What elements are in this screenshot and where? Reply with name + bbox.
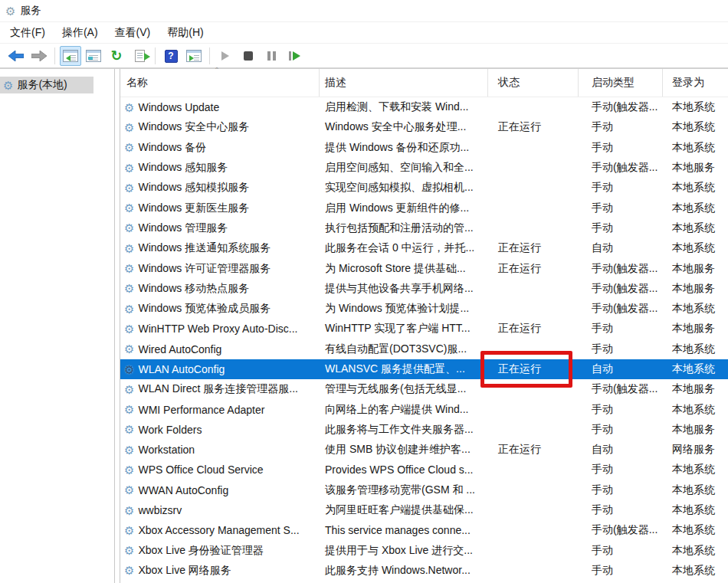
service-status bbox=[488, 138, 579, 158]
service-row[interactable]: ⚙ Workstation 使用 SMB 协议创建并维护客... 正在运行 自动… bbox=[120, 440, 728, 460]
service-startup-type: 手动 bbox=[579, 319, 663, 339]
service-name: Windows 安全中心服务 bbox=[138, 120, 249, 134]
service-description: Windows 安全中心服务处理... bbox=[320, 117, 488, 137]
service-row[interactable]: ⚙ WWAN AutoConfig 该服务管理移动宽带(GSM 和 ... 手动… bbox=[120, 480, 728, 500]
service-status bbox=[488, 279, 579, 299]
service-logon-as: 本地系统 bbox=[663, 299, 728, 319]
column-header-logon-as[interactable]: 登录为 bbox=[663, 69, 728, 97]
restart-service-button[interactable] bbox=[284, 46, 305, 66]
menu-help[interactable]: 帮助(H) bbox=[159, 22, 212, 43]
service-row[interactable]: ⚙ Windows 许可证管理器服务 为 Microsoft Store 提供基… bbox=[120, 258, 728, 278]
sidebar-item-services-local[interactable]: ⚙ 服务(本地) bbox=[0, 77, 93, 93]
service-row[interactable]: ⚙ Windows 感知模拟服务 实现空间感知模拟、虚拟相机... 手动 本地系… bbox=[120, 178, 728, 198]
service-row[interactable]: ⚙ Windows 安全中心服务 Windows 安全中心服务处理... 正在运… bbox=[120, 117, 728, 137]
service-gear-icon: ⚙ bbox=[124, 343, 134, 355]
pause-icon bbox=[267, 51, 276, 61]
service-startup-type: 手动 bbox=[579, 460, 663, 480]
service-row[interactable]: ⚙ Xbox Accessory Management S... This se… bbox=[120, 520, 728, 540]
service-row[interactable]: ⚙ Windows Update 启用检测、下载和安装 Wind... 手动(触… bbox=[120, 97, 728, 117]
column-header-description[interactable]: 描述 bbox=[320, 69, 488, 97]
service-gear-icon: ⚙ bbox=[124, 162, 134, 174]
service-row[interactable]: ⚙ Windows 管理服务 执行包括预配和注册活动的管... 手动 本地系统 bbox=[120, 218, 728, 238]
service-gear-icon: ⚙ bbox=[124, 202, 134, 214]
show-console-tree-button[interactable] bbox=[60, 46, 81, 66]
service-gear-icon: ⚙ bbox=[124, 364, 134, 375]
service-row[interactable]: ⚙ wwbizsrv 为阿里旺旺客户端提供基础保... 手动 本地系统 bbox=[120, 500, 728, 520]
service-description: 管理与无线服务(包括无线显... bbox=[320, 379, 488, 399]
column-header-status[interactable]: 状态 bbox=[488, 69, 579, 97]
toolbar-separator bbox=[54, 47, 55, 64]
service-row[interactable]: ⚙ WLAN Direct 服务连接管理器服... 管理与无线服务(包括无线显.… bbox=[120, 379, 728, 399]
stop-service-button[interactable] bbox=[238, 46, 259, 66]
back-button[interactable] bbox=[5, 46, 27, 66]
service-row[interactable]: ⚙ WPS Office Cloud Service Provides WPS … bbox=[120, 460, 728, 480]
service-gear-icon: ⚙ bbox=[124, 222, 134, 234]
service-name: WPS Office Cloud Service bbox=[138, 463, 263, 476]
service-status bbox=[488, 541, 579, 561]
service-description: 启用空间感知、空间输入和全... bbox=[320, 158, 488, 178]
service-startup-type: 手动 bbox=[579, 561, 663, 581]
service-row[interactable]: ⚙ Xbox Live 身份验证管理器 提供用于与 Xbox Live 进行交.… bbox=[120, 541, 728, 561]
refresh-button[interactable]: ↻ bbox=[106, 46, 127, 66]
service-description: 为 Windows 预览体验计划提... bbox=[320, 299, 488, 319]
export-list-icon bbox=[135, 50, 145, 62]
properties-button[interactable] bbox=[83, 46, 104, 66]
toolbar-separator bbox=[155, 47, 156, 64]
service-logon-as: 本地系统 bbox=[663, 178, 728, 198]
service-description: 该服务管理移动宽带(GSM 和 ... bbox=[320, 480, 488, 500]
services-gear-icon: ⚙ bbox=[5, 5, 15, 17]
service-row[interactable]: ⚙ Windows 移动热点服务 提供与其他设备共享手机网络... 手动(触发器… bbox=[120, 279, 728, 299]
service-status bbox=[488, 178, 579, 198]
forward-arrow-icon bbox=[31, 51, 47, 61]
service-row[interactable]: ⚙ Work Folders 此服务将与工作文件夹服务器... 手动 本地服务 bbox=[120, 420, 728, 440]
service-logon-as: 本地系统 bbox=[663, 500, 728, 520]
service-row[interactable]: ⚙ Windows 感知服务 启用空间感知、空间输入和全... 手动(触发器..… bbox=[120, 158, 728, 178]
menu-view[interactable]: 查看(V) bbox=[107, 22, 159, 43]
service-logon-as: 本地服务 bbox=[663, 420, 728, 440]
sort-ascending-icon: ˆ bbox=[215, 67, 218, 77]
service-row[interactable]: ⚙ Xbox Live 网络服务 此服务支持 Windows.Networ...… bbox=[120, 561, 728, 581]
service-gear-icon: ⚙ bbox=[124, 323, 134, 335]
service-row[interactable]: ⚙ Wired AutoConfig 有线自动配置(DOT3SVC)服... 手… bbox=[120, 339, 728, 359]
service-gear-icon: ⚙ bbox=[124, 263, 134, 274]
service-logon-as: 本地系统 bbox=[663, 97, 728, 117]
column-header-name[interactable]: 名称 ˆ bbox=[120, 69, 320, 97]
service-row[interactable]: ⚙ Windows 推送通知系统服务 此服务在会话 0 中运行，并托... 正在… bbox=[120, 238, 728, 258]
service-name: Windows Update bbox=[138, 101, 219, 113]
service-row[interactable]: ⚙ Windows 更新医生服务 启用 Windows 更新组件的修... 手动… bbox=[120, 198, 728, 218]
service-status bbox=[488, 158, 579, 178]
service-row[interactable]: ⚙ WMI Performance Adapter 向网络上的客户端提供 Win… bbox=[120, 399, 728, 419]
column-header-startup-type[interactable]: 启动类型 bbox=[579, 69, 663, 97]
service-logon-as: 本地系统 bbox=[663, 117, 728, 137]
properties-icon bbox=[86, 50, 101, 62]
service-logon-as: 本地服务 bbox=[663, 319, 728, 339]
help-icon: ? bbox=[165, 50, 178, 63]
export-list-button[interactable] bbox=[129, 46, 150, 66]
service-row[interactable]: ⚙ Windows 备份 提供 Windows 备份和还原功... 手动 本地系… bbox=[120, 138, 728, 158]
service-name: Windows 更新医生服务 bbox=[138, 201, 249, 215]
service-name: Windows 推送通知系统服务 bbox=[138, 241, 271, 255]
show-action-pane-button[interactable] bbox=[183, 46, 205, 66]
service-description: 启用检测、下载和安装 Wind... bbox=[320, 97, 488, 117]
service-startup-type: 手动(触发器... bbox=[579, 158, 663, 178]
service-startup-type: 手动(触发器... bbox=[579, 379, 663, 399]
service-name: Windows 备份 bbox=[138, 141, 206, 155]
service-logon-as: 本地系统 bbox=[663, 218, 728, 238]
service-row[interactable]: ⚙ Windows 预览体验成员服务 为 Windows 预览体验计划提... … bbox=[120, 299, 728, 319]
service-name: WWAN AutoConfig bbox=[138, 484, 228, 496]
forward-button[interactable] bbox=[28, 46, 50, 66]
service-startup-type: 手动(触发器... bbox=[579, 258, 663, 278]
menu-action[interactable]: 操作(A) bbox=[54, 22, 107, 43]
title-bar: ⚙ 服务 bbox=[0, 0, 728, 21]
service-status bbox=[488, 399, 579, 419]
service-row[interactable]: ⚙ WinHTTP Web Proxy Auto-Disc... WinHTTP… bbox=[120, 319, 728, 339]
pause-service-button[interactable] bbox=[261, 46, 282, 66]
service-status: 正在运行 bbox=[488, 238, 579, 258]
start-service-button[interactable] bbox=[215, 46, 236, 66]
service-gear-icon: ⚙ bbox=[124, 545, 134, 556]
help-button[interactable]: ? bbox=[160, 46, 182, 66]
menu-file[interactable]: 文件(F) bbox=[2, 22, 54, 43]
service-logon-as: 本地系统 bbox=[663, 460, 728, 480]
service-row[interactable]: ⚙ WLAN AutoConfig WLANSVC 服务提供配置、... 正在运… bbox=[120, 359, 728, 379]
service-logon-as: 本地系统 bbox=[663, 520, 728, 540]
